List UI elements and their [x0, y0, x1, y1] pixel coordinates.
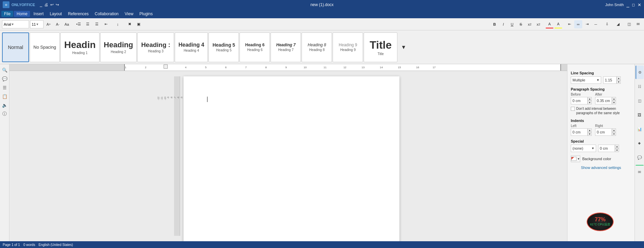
copy-style-button[interactable]: ◢: [614, 20, 622, 28]
redo-title-icon[interactable]: ↪: [56, 2, 59, 7]
after-spacing-input[interactable]: 0.35 cm ▲ ▼: [595, 97, 616, 104]
window-restore-button[interactable]: ◻: [632, 3, 635, 7]
style-h8[interactable]: Heading 8 Heading 8: [302, 32, 332, 62]
right-down-arrow[interactable]: ▼: [612, 132, 616, 136]
menu-insert[interactable]: Insert: [31, 11, 46, 17]
sidebar-comment-icon[interactable]: 💬: [1, 75, 8, 82]
bold-button[interactable]: B: [491, 20, 499, 28]
style-h2[interactable]: Heading Heading 2: [100, 32, 137, 62]
numbered-list-button[interactable]: ☰: [84, 20, 92, 28]
font-size-increase-button[interactable]: A+: [45, 20, 53, 28]
style-normal[interactable]: Normal: [2, 32, 29, 62]
before-down-arrow[interactable]: ▼: [588, 101, 592, 104]
right-icon-mail[interactable]: ✉: [636, 165, 644, 178]
mail-merge-button[interactable]: ✉: [634, 20, 642, 28]
superscript-button[interactable]: x2: [526, 20, 534, 28]
style-h9[interactable]: Heading 9 Heading 9: [333, 32, 363, 62]
line-spacing-button[interactable]: ↕: [114, 20, 122, 28]
line-spacing-type-select[interactable]: Multiple ▼: [571, 76, 601, 84]
show-advanced-button[interactable]: Show advanced settings: [571, 166, 631, 170]
font-color-button[interactable]: A: [545, 20, 554, 28]
menu-plugins[interactable]: Plugins: [137, 11, 155, 17]
strikethrough-button[interactable]: S: [517, 20, 525, 28]
after-up-arrow[interactable]: ▲: [612, 97, 616, 101]
right-icon-image[interactable]: 🖼: [636, 108, 644, 122]
right-indent-spinners[interactable]: ▲ ▼: [612, 128, 616, 136]
style-h4[interactable]: Heading 4 Heading 4: [175, 32, 208, 62]
style-h3[interactable]: Heading : Heading 3: [137, 32, 174, 62]
shading-button[interactable]: ▣: [135, 20, 143, 28]
undo-title-icon[interactable]: ↩: [50, 2, 54, 7]
highlight-button[interactable]: A: [554, 20, 562, 28]
print-icon[interactable]: 🖨: [44, 2, 48, 7]
background-color-button[interactable]: ▼: [571, 155, 580, 162]
document-page[interactable]: [184, 76, 399, 241]
left-indent-input[interactable]: 0 cm ▲ ▼: [571, 128, 592, 136]
italic-button[interactable]: I: [499, 20, 507, 28]
special-type-select[interactable]: (none) ▼: [571, 145, 596, 152]
style-h1[interactable]: Headin Heading 1: [60, 32, 99, 62]
after-down-arrow[interactable]: ▼: [612, 101, 616, 104]
underline-button[interactable]: U: [508, 20, 516, 28]
special-down-arrow[interactable]: ▼: [615, 148, 619, 152]
bullet-list-button[interactable]: •☰: [75, 20, 83, 28]
style-title[interactable]: Title Title: [364, 32, 397, 62]
sidebar-list-icon[interactable]: 📋: [1, 93, 8, 100]
line-spacing2-button[interactable]: ⇩: [603, 20, 611, 28]
after-spacing-spinners[interactable]: ▲ ▼: [612, 97, 616, 104]
style-h6[interactable]: Heading 6 Heading 6: [240, 32, 270, 62]
sidebar-header-icon[interactable]: ☰: [1, 84, 8, 91]
right-up-arrow[interactable]: ▲: [612, 128, 616, 132]
right-icon-comment[interactable]: 💬: [636, 151, 644, 164]
justify-button[interactable]: ─: [592, 20, 600, 28]
right-indent-input[interactable]: 0 cm ▲ ▼: [595, 128, 616, 136]
right-icon-settings[interactable]: ⚙: [636, 66, 644, 79]
before-spacing-input[interactable]: 0 cm ▲ ▼: [571, 97, 592, 104]
line-spacing-down-arrow[interactable]: ▼: [617, 80, 621, 84]
style-h7[interactable]: Heading 7 Heading 7: [271, 32, 301, 62]
line-spacing-value-input[interactable]: 1.15 ▲ ▼: [603, 76, 621, 84]
font-size-decrease-button[interactable]: A-: [54, 20, 62, 28]
no-interval-checkbox[interactable]: [571, 107, 575, 111]
menu-view[interactable]: View: [122, 11, 136, 17]
sidebar-audio-icon[interactable]: 🔈: [1, 101, 8, 109]
align-right-button[interactable]: ⇥: [583, 20, 591, 28]
before-spacing-spinners[interactable]: ▲ ▼: [588, 97, 592, 104]
right-icon-shapes[interactable]: ⯁: [636, 137, 644, 150]
insert-table-button[interactable]: ◫: [625, 20, 633, 28]
change-case-button[interactable]: Aa: [63, 20, 71, 28]
subscript-button[interactable]: x2: [534, 20, 542, 28]
left-down-arrow[interactable]: ▼: [588, 132, 592, 136]
decrease-indent-button[interactable]: ⇤: [102, 20, 110, 28]
line-spacing-up-arrow[interactable]: ▲: [617, 76, 621, 80]
line-spacing-spinners[interactable]: ▲ ▼: [617, 76, 621, 84]
more-styles-button[interactable]: ▼: [399, 32, 408, 62]
align-left-button[interactable]: ⇤: [565, 20, 573, 28]
style-h5[interactable]: Heading 5 Heading 5: [208, 32, 239, 62]
font-family-select[interactable]: Arial ▼: [2, 20, 29, 28]
document-viewport[interactable]: -1 -2 -3 -4 -5 -6 -7 -8 -9 -10 -11 -12: [9, 71, 567, 241]
left-indent-spinners[interactable]: ▲ ▼: [588, 128, 592, 136]
menu-file[interactable]: File: [1, 11, 13, 17]
menu-collaboration[interactable]: Collaboration: [92, 11, 121, 17]
special-up-arrow[interactable]: ▲: [615, 145, 619, 148]
align-center-button[interactable]: ═: [574, 20, 582, 28]
minimize-icon[interactable]: ⎯: [40, 2, 42, 7]
menu-home[interactable]: Home: [14, 11, 30, 17]
window-minimize-button[interactable]: ⎯: [626, 2, 629, 7]
right-icon-chart[interactable]: 📊: [636, 122, 644, 136]
special-spinners[interactable]: ▲ ▼: [615, 145, 619, 152]
font-size-select[interactable]: 11 ▼: [30, 20, 44, 28]
left-up-arrow[interactable]: ▲: [588, 128, 592, 132]
special-value-input[interactable]: 0 cm ▲ ▼: [598, 145, 619, 152]
menu-layout[interactable]: Layout: [47, 11, 64, 17]
sidebar-info-icon[interactable]: ⓘ: [1, 110, 8, 118]
before-up-arrow[interactable]: ▲: [588, 97, 592, 101]
right-icon-grid[interactable]: ☷: [636, 80, 644, 93]
multilevel-list-button[interactable]: ☰: [93, 20, 101, 28]
sidebar-search-icon[interactable]: 🔍: [1, 66, 8, 74]
menu-references[interactable]: References: [65, 11, 91, 17]
window-close-button[interactable]: ✕: [638, 2, 641, 7]
clear-formatting-button[interactable]: ✖: [125, 20, 134, 28]
style-nospacing[interactable]: No Spacing: [30, 32, 60, 62]
